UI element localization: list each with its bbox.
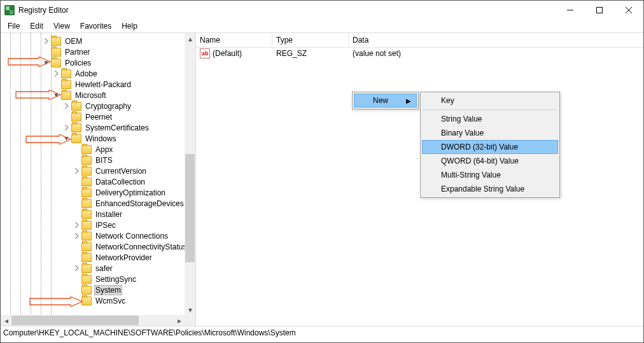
menu-edit[interactable]: Edit — [25, 20, 48, 32]
tree-item-netconn[interactable]: Network Connections — [1, 230, 195, 241]
scroll-thumb[interactable] — [185, 154, 195, 262]
menu-favorites[interactable]: Favorites — [76, 20, 116, 32]
context-label: QWORD (64-bit) Value — [441, 157, 519, 165]
tree-item-appx[interactable]: Appx — [1, 144, 195, 155]
tree-label: Adobe — [74, 69, 99, 78]
context-item-qword[interactable]: QWORD (64-bit) Value — [422, 154, 558, 168]
tree-item-installer[interactable]: Installer — [1, 209, 195, 220]
tree-item-safer[interactable]: safer — [1, 263, 195, 274]
context-label: Multi-String Value — [441, 171, 501, 179]
column-header-data[interactable]: Data — [349, 33, 643, 47]
menu-view[interactable]: View — [49, 20, 74, 32]
folder-icon — [51, 37, 61, 46]
expand-icon[interactable] — [73, 221, 80, 228]
tree-label: WcmSvc — [94, 297, 127, 305]
tree-label: Policies — [64, 59, 92, 67]
tree-label: BITS — [94, 156, 114, 165]
spacer — [73, 254, 80, 261]
folder-icon — [81, 210, 92, 219]
scroll-up-button[interactable]: ▴ — [185, 33, 195, 44]
list-row-default[interactable]: ab (Default) REG_SZ (value not set) — [196, 48, 643, 59]
expand-icon[interactable] — [43, 38, 50, 45]
expand-icon[interactable] — [73, 167, 80, 174]
tree-pane: OEM Partner Policies Adobe Hewlett-Packa — [1, 33, 196, 326]
registry-tree[interactable]: OEM Partner Policies Adobe Hewlett-Packa — [1, 33, 195, 306]
context-item-multistring[interactable]: Multi-String Value — [422, 168, 558, 182]
app-icon — [4, 5, 15, 15]
scroll-thumb[interactable] — [11, 316, 139, 325]
folder-icon — [61, 80, 71, 89]
spacer — [73, 286, 80, 293]
tree-item-bits[interactable]: BITS — [1, 155, 195, 165]
value-type: REG_SZ — [274, 49, 350, 58]
tree-item-netconnstat[interactable]: NetworkConnectivityStatus — [1, 241, 195, 252]
spacer — [73, 276, 80, 283]
folder-icon — [71, 113, 81, 122]
expand-icon[interactable] — [63, 102, 70, 109]
tree-horizontal-scrollbar[interactable]: ◂ ▸ — [1, 315, 185, 326]
tree-item-enhancedstorage[interactable]: EnhancedStorageDevices — [1, 198, 195, 209]
column-header-type[interactable]: Type — [272, 33, 349, 47]
context-item-expandable[interactable]: Expandable String Value — [422, 182, 558, 196]
tree-label: Cryptography — [84, 102, 132, 111]
tree-item-datacollection[interactable]: DataCollection — [1, 176, 195, 187]
tree-item-currentversion[interactable]: CurrentVersion — [1, 165, 195, 176]
folder-icon — [61, 91, 71, 100]
string-value-icon: ab — [200, 48, 210, 59]
list-header: Name Type Data — [196, 33, 643, 48]
tree-item-adobe[interactable]: Adobe — [1, 68, 195, 79]
tree-item-syscert[interactable]: SystemCertificates — [1, 122, 195, 133]
tree-item-system[interactable]: System — [1, 284, 195, 295]
tree-label: safer — [94, 264, 114, 273]
tree-vertical-scrollbar[interactable]: ▴ ▾ — [185, 33, 195, 326]
tree-label: Partner — [64, 48, 91, 57]
scroll-down-button[interactable]: ▾ — [185, 304, 195, 315]
tree-item-cryptography[interactable]: Cryptography — [1, 101, 195, 111]
context-menu-primary[interactable]: New ▶ — [352, 92, 419, 109]
context-item-key[interactable]: Key — [422, 94, 558, 108]
expand-icon[interactable] — [53, 70, 60, 77]
context-item-new[interactable]: New ▶ — [354, 94, 417, 108]
tree-item-peernet[interactable]: Peernet — [1, 111, 195, 122]
folder-icon — [81, 264, 92, 273]
tree-label: Windows — [84, 134, 118, 143]
tree-item-partner[interactable]: Partner — [1, 46, 195, 57]
context-item-string[interactable]: String Value — [422, 112, 558, 126]
tree-item-deliveryopt[interactable]: DeliveryOptimization — [1, 187, 195, 198]
spacer — [63, 113, 70, 120]
status-bar: Computer\HKEY_LOCAL_MACHINE\SOFTWARE\Pol… — [1, 326, 643, 340]
scroll-left-button[interactable]: ◂ — [1, 315, 11, 326]
tree-item-netprovider[interactable]: NetworkProvider — [1, 252, 195, 263]
tree-label: Network Connections — [94, 232, 169, 241]
scroll-corner — [185, 315, 195, 326]
tree-label: NetworkConnectivityStatus — [94, 242, 188, 251]
spacer — [43, 48, 50, 55]
folder-icon — [81, 221, 92, 230]
tree-label: OEM — [64, 37, 83, 46]
minimize-button[interactable] — [556, 1, 585, 20]
tree-item-settingsync[interactable]: SettingSync — [1, 274, 195, 284]
expand-icon[interactable] — [63, 124, 70, 131]
context-item-binary[interactable]: Binary Value — [422, 126, 558, 140]
tree-item-ipsec[interactable]: IPSec — [1, 220, 195, 230]
value-name: (Default) — [213, 49, 242, 58]
menu-file[interactable]: File — [3, 20, 24, 32]
menu-help[interactable]: Help — [117, 20, 142, 32]
folder-icon — [81, 275, 92, 284]
expand-icon[interactable] — [73, 265, 80, 272]
maximize-button[interactable] — [585, 1, 614, 20]
folder-icon — [81, 188, 92, 197]
context-label: Binary Value — [441, 129, 484, 137]
svg-rect-1 — [597, 8, 603, 13]
tree-item-hp[interactable]: Hewlett-Packard — [1, 79, 195, 90]
column-header-name[interactable]: Name — [196, 33, 272, 47]
context-item-dword[interactable]: DWORD (32-bit) Value — [422, 140, 558, 154]
folder-icon — [81, 242, 92, 251]
tree-item-oem[interactable]: OEM — [1, 36, 195, 46]
scroll-right-button[interactable]: ▸ — [174, 315, 185, 326]
context-label: Key — [441, 96, 454, 105]
expand-icon[interactable] — [73, 232, 80, 239]
context-menu-new-submenu[interactable]: Key String Value Binary Value DWORD (32-… — [420, 92, 560, 198]
folder-icon — [71, 102, 81, 111]
close-button[interactable] — [614, 1, 643, 20]
